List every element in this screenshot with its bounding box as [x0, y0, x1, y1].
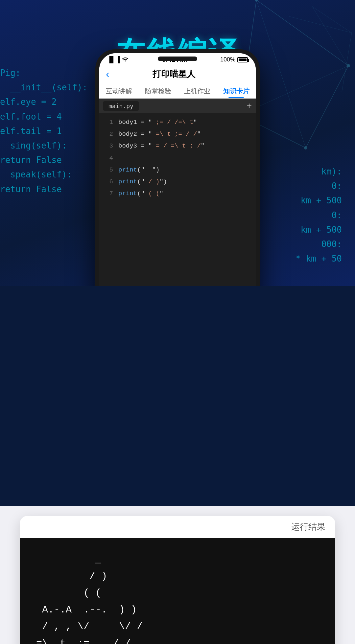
tab-interactive[interactable]: 互动讲解 [99, 83, 138, 98]
top-section: Pig: __init__(self): elf.eye = 2 elf.foo… [0, 0, 355, 286]
line-num-1: 1 [103, 117, 113, 128]
nav-bar: ‹ 打印喵星人 [99, 66, 256, 83]
phone-screen: ▐▌▐ 9:41 AM 100% [99, 53, 256, 286]
battery-icon [237, 57, 248, 62]
svg-line-1 [306, 66, 348, 148]
add-file-button[interactable]: + [247, 101, 252, 111]
file-tab-bar: main.py + [99, 99, 256, 113]
status-right: 100% [220, 56, 248, 63]
phone-mockup: ▐▌▐ 9:41 AM 100% [95, 49, 260, 286]
tab-quiz[interactable]: 随堂检验 [138, 83, 178, 98]
line-num-6: 6 [103, 176, 113, 187]
line-num-2: 2 [103, 128, 113, 140]
line-num-7: 7 [103, 188, 113, 199]
code-line-5: 5 print(" _") [99, 164, 256, 176]
result-terminal: _ / ) ( ( A.-.A .--. ) ) / , , \/ \/ / =… [20, 538, 335, 644]
result-card: 运行结果 _ / ) ( ( A.-.A .--. ) ) / , , \/ \… [20, 516, 335, 644]
line-num-3: 3 [103, 140, 113, 151]
middle-section: 运行结果 _ / ) ( ( A.-.A .--. ) ) / , , \/ \… [0, 506, 355, 644]
code-line-7: 7 print(" ( (" [99, 188, 256, 199]
phone-outer: ▐▌▐ 9:41 AM 100% [95, 49, 260, 286]
code-line-1: 1 body1 = " ;= / /=\ t" [99, 116, 256, 128]
tab-homework[interactable]: 上机作业 [178, 83, 217, 98]
code-line-2: 2 body2 = " =\ t ;= / /" [99, 128, 256, 140]
code-line-6: 6 print(" / )") [99, 176, 256, 188]
line-code-6: print(" / )") [118, 176, 167, 187]
signal-icon: ▐▌▐ [107, 56, 120, 63]
wifi-icon [122, 56, 129, 63]
line-num-4: 4 [103, 152, 113, 164]
back-button[interactable]: ‹ [106, 68, 109, 80]
line-code-2: body2 = " =\ t ;= / /" [118, 128, 201, 140]
status-left: ▐▌▐ [107, 56, 129, 63]
result-header: 运行结果 [20, 516, 335, 538]
tab-cards[interactable]: 知识卡片 [217, 83, 256, 98]
file-tab[interactable]: main.py [103, 101, 139, 111]
svg-point-8 [304, 146, 307, 150]
line-num-5: 5 [103, 164, 113, 175]
battery-percent: 100% [220, 56, 235, 63]
line-code-7: print(" ( (" [118, 188, 163, 199]
svg-line-12 [312, 7, 352, 33]
tabs-bar: 互动讲解 随堂检验 上机作业 知识卡片 [99, 83, 256, 99]
line-code-1: body1 = " ;= / /=\ t" [118, 117, 197, 128]
code-lines: 1 body1 = " ;= / /=\ t" 2 body2 = " =\ t… [99, 113, 256, 286]
svg-line-4 [256, 0, 306, 148]
code-line-3: 3 body3 = " = / =\ t ; /" [99, 140, 256, 152]
svg-point-6 [255, 0, 258, 2]
code-line-4: 4 [99, 152, 256, 164]
line-code-5: print(" _") [118, 164, 159, 175]
bg-code-right: km): 0: km + 500 0: km + 500 000: * km +… [296, 164, 342, 266]
nav-title: 打印喵星人 [113, 68, 235, 80]
code-editor: main.py + 1 body1 = " ;= / /=\ t" 2 body… [99, 99, 256, 286]
line-code-3: body3 = " = / =\ t ; /" [118, 140, 204, 151]
